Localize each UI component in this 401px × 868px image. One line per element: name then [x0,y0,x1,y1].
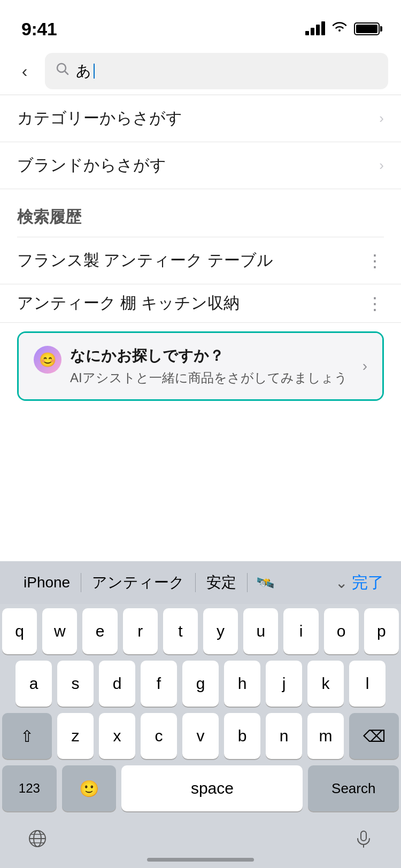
key-g[interactable]: g [182,661,219,707]
key-t[interactable]: t [163,608,198,654]
key-row-2: a s d f g h j k l [2,661,399,707]
key-l[interactable]: l [349,661,385,707]
done-button[interactable]: 完了 [348,572,388,594]
home-indicator [147,858,254,862]
key-n[interactable]: n [266,713,302,759]
status-time: 9:41 [21,19,57,40]
wifi-icon [331,21,348,37]
dots-menu-2[interactable]: ⋮ [366,293,384,314]
key-row-1: q w e r t y u i o p [2,608,399,654]
ai-banner-left: 😊 なにかお探しですか？ AIアシストと一緒に商品をさがしてみましょう [34,346,363,386]
key-c[interactable]: c [141,713,177,759]
search-icon [56,62,70,80]
autocomplete-word-1[interactable]: iPhone [13,574,81,591]
search-key[interactable]: Search [308,765,399,811]
chevron-right-icon: › [379,110,384,127]
category-section: カテゴリーからさがす › ブランドからさがす › [0,95,401,189]
key-a[interactable]: a [16,661,52,707]
history-item-2[interactable]: アンティーク 棚 キッチン収納 ⋮ [0,284,401,323]
key-z[interactable]: z [57,713,94,759]
key-y[interactable]: y [203,608,238,654]
back-chevron-icon: ‹ [22,63,28,80]
history-item-1[interactable]: フランス製 アンティーク テーブル ⋮ [0,237,401,284]
category-item[interactable]: カテゴリーからさがす › [0,95,401,142]
search-bar[interactable]: あ [45,53,388,89]
search-history-header: 検索履歴 [0,189,401,237]
chevron-right-icon-2: › [379,157,384,174]
collapse-icon[interactable]: ⌄ [335,574,348,592]
key-row-4: 123 🙂 space Search [2,765,399,811]
section-title: 検索履歴 [17,208,81,226]
brand-label: ブランドからさがす [17,154,166,176]
key-j[interactable]: j [266,661,302,707]
microphone-icon[interactable] [348,823,380,855]
ai-banner-section: 😊 なにかお探しですか？ AIアシストと一緒に商品をさがしてみましょう › [0,323,401,409]
key-u[interactable]: u [243,608,278,654]
key-row-3: ⇧ z x c v b n m ⌫ [2,713,399,759]
space-key[interactable]: space [121,765,303,811]
key-w[interactable]: w [42,608,77,654]
key-m[interactable]: m [307,713,344,759]
svg-rect-3 [361,831,366,841]
key-e[interactable]: e [82,608,117,654]
key-q[interactable]: q [2,608,37,654]
search-input[interactable]: あ [76,61,95,81]
autocomplete-icon[interactable]: 🛰️ [248,574,283,592]
back-button[interactable]: ‹ [13,59,36,83]
key-h[interactable]: h [224,661,260,707]
key-v[interactable]: v [182,713,219,759]
ai-title: なにかお探しですか？ [70,346,348,366]
key-p[interactable]: p [364,608,399,654]
key-f[interactable]: f [141,661,177,707]
battery-icon [354,22,380,35]
ai-subtitle: AIアシストと一緒に商品をさがしてみましょう [70,369,348,386]
autocomplete-word-3[interactable]: 安定 [196,572,247,593]
ai-banner-container: 😊 なにかお探しですか？ AIアシストと一緒に商品をさがしてみましょう › [17,331,384,401]
status-icons [305,21,380,37]
key-b[interactable]: b [224,713,260,759]
status-bar: 9:41 [0,0,401,47]
signal-icon [305,22,325,35]
ai-avatar-icon: 😊 [34,346,61,374]
dots-menu-1[interactable]: ⋮ [366,251,384,271]
history-text-1: フランス製 アンティーク テーブル [17,250,273,272]
key-x[interactable]: x [99,713,135,759]
key-d[interactable]: d [99,661,135,707]
keyboard-area: iPhone アンティーク 安定 🛰️ ⌄ 完了 q w e r t y u i… [0,561,401,868]
ai-chevron-icon: › [363,358,367,375]
nav-bar: ‹ あ [0,47,401,95]
emoji-key[interactable]: 🙂 [62,765,117,811]
shift-key[interactable]: ⇧ [2,713,52,759]
keyboard-toolbar: iPhone アンティーク 安定 🛰️ ⌄ 完了 [0,561,401,604]
brand-item[interactable]: ブランドからさがす › [0,142,401,189]
text-cursor [94,64,95,79]
delete-key[interactable]: ⌫ [349,713,399,759]
globe-icon[interactable] [21,823,53,855]
category-label: カテゴリーからさがす [17,107,182,129]
ai-text-block: なにかお探しですか？ AIアシストと一緒に商品をさがしてみましょう [70,346,348,386]
autocomplete-row: iPhone アンティーク 安定 🛰️ [13,572,335,593]
history-text-2: アンティーク 棚 キッチン収納 [17,292,240,314]
ai-banner[interactable]: 😊 なにかお探しですか？ AIアシストと一緒に商品をさがしてみましょう › [19,333,382,399]
key-i[interactable]: i [283,608,318,654]
key-s[interactable]: s [57,661,94,707]
numbers-key[interactable]: 123 [2,765,57,811]
key-o[interactable]: o [324,608,359,654]
ai-banner-wrapper: アンティーク 棚 キッチン収納 ⋮ 😊 なにかお探しですか？ AIアシストと一緒… [0,284,401,409]
key-r[interactable]: r [123,608,158,654]
autocomplete-word-2[interactable]: アンティーク [81,572,195,593]
keyboard-body: q w e r t y u i o p a s d f g h j k l ⇧ … [0,604,401,820]
key-k[interactable]: k [307,661,344,707]
